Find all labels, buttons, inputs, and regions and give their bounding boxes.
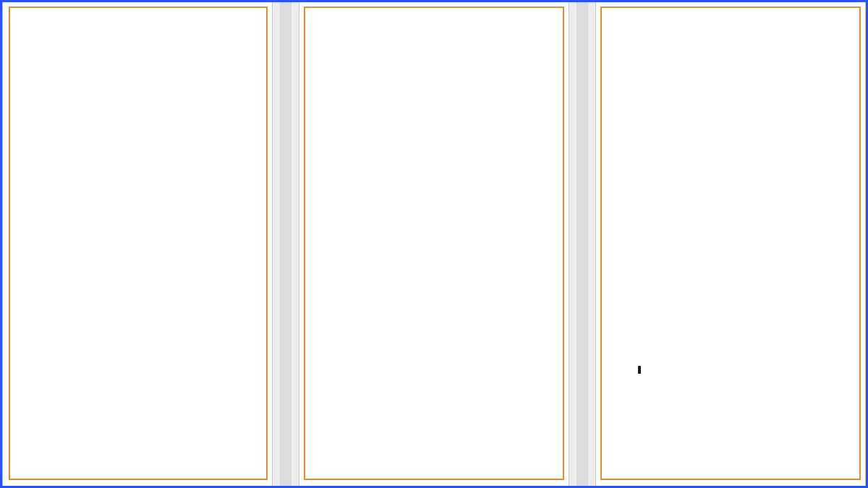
page-gap-1	[273, 2, 299, 486]
text-cursor	[638, 366, 641, 374]
page-3[interactable]	[595, 2, 866, 486]
text-frame-2[interactable]	[304, 7, 564, 480]
page-1[interactable]	[2, 2, 273, 486]
document-viewport[interactable]	[0, 0, 868, 488]
page-gap-2	[569, 2, 595, 486]
text-frame-3[interactable]	[600, 7, 861, 480]
page-2[interactable]	[299, 2, 569, 486]
text-frame-1[interactable]	[9, 7, 268, 480]
